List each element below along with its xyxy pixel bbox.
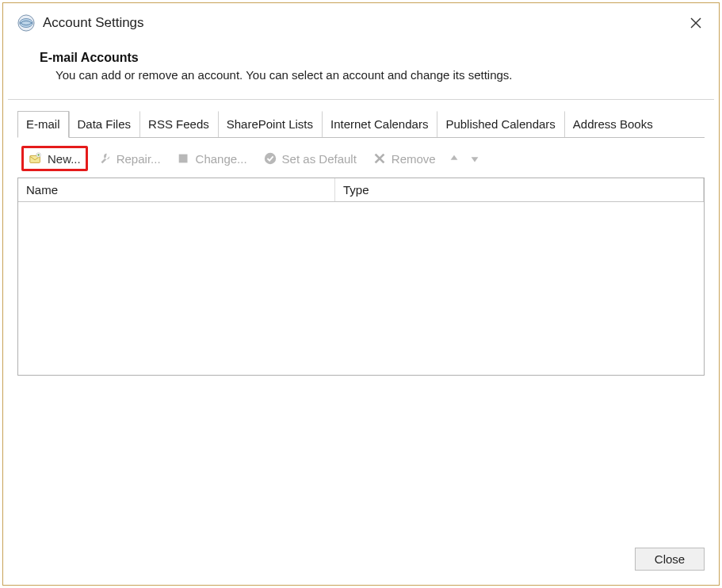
header-title: E-mail Accounts (40, 51, 705, 65)
change-button: Change... (170, 148, 254, 169)
remove-button-label: Remove (392, 152, 436, 166)
new-icon (29, 151, 43, 166)
remove-icon (372, 151, 387, 166)
repair-button: Repair... (91, 148, 167, 169)
toolbar: New... Repair... Change... (17, 138, 705, 178)
column-name[interactable]: Name (18, 178, 335, 201)
titlebar: Account Settings (3, 3, 719, 40)
move-up-button (445, 150, 463, 167)
tab-data-files[interactable]: Data Files (69, 111, 140, 137)
app-icon (17, 14, 35, 32)
close-button[interactable]: Close (635, 548, 705, 571)
column-type[interactable]: Type (335, 178, 704, 201)
repair-button-label: Repair... (117, 152, 161, 166)
account-list[interactable]: Name Type (17, 178, 705, 376)
close-icon[interactable] (684, 11, 708, 35)
change-icon (177, 151, 191, 166)
tab-sharepoint-lists[interactable]: SharePoint Lists (218, 111, 322, 137)
set-default-button: Set as Default (257, 148, 363, 169)
window-title: Account Settings (43, 15, 684, 31)
tab-internet-calendars[interactable]: Internet Calendars (322, 111, 437, 137)
tab-rss-feeds[interactable]: RSS Feeds (139, 111, 218, 137)
tab-published-calendars[interactable]: Published Calendars (437, 111, 563, 137)
svg-point-9 (264, 153, 275, 164)
dialog-footer: Close (3, 538, 719, 585)
header-description: You can add or remove an account. You ca… (40, 68, 705, 82)
repair-icon (97, 151, 112, 166)
tab-strip: E-mail Data Files RSS Feeds SharePoint L… (17, 111, 705, 138)
remove-button: Remove (366, 148, 442, 169)
set-default-button-label: Set as Default (282, 152, 357, 166)
new-button-label: New... (48, 152, 81, 166)
new-button[interactable]: New... (21, 146, 88, 171)
check-circle-icon (263, 151, 277, 166)
tab-email[interactable]: E-mail (17, 111, 69, 138)
header-section: E-mail Accounts You can add or remove an… (3, 40, 719, 99)
change-button-label: Change... (196, 152, 247, 166)
svg-point-1 (20, 19, 33, 28)
list-header: Name Type (18, 178, 704, 202)
tab-address-books[interactable]: Address Books (564, 111, 662, 137)
account-settings-dialog: Account Settings E-mail Accounts You can… (2, 2, 720, 586)
move-down-button (466, 150, 483, 167)
svg-rect-8 (178, 155, 187, 163)
